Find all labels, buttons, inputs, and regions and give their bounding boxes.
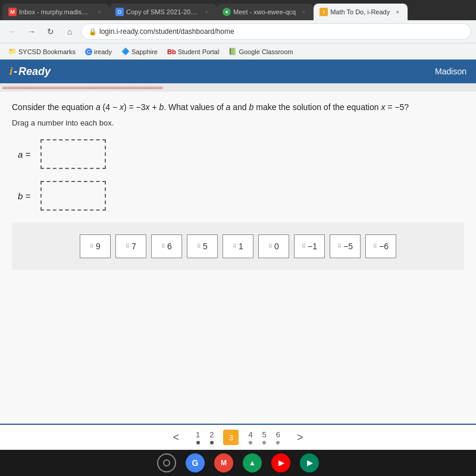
tile-label-neg1: −1 [308, 242, 317, 251]
tab-label-iready: Math To Do, i-Ready [330, 8, 390, 15]
back-button[interactable]: ← [5, 24, 20, 39]
iready-header: i - Ready Madison [0, 60, 476, 83]
tab-close-inbox[interactable]: × [95, 8, 104, 16]
bookmark-sycsd-label: 📁 [8, 48, 17, 55]
forward-button[interactable]: → [24, 24, 39, 39]
variable-b-label: b = [18, 191, 36, 201]
iready-logo-i: i [10, 65, 12, 78]
drag-handle-1: ⠿ [233, 244, 237, 249]
refresh-button[interactable]: ↻ [43, 24, 58, 39]
tab-label-sms: Copy of SMS 2021-2022 BELL [126, 8, 199, 15]
iready-logo-dash: - [14, 65, 17, 78]
tab-close-sms[interactable]: × [202, 8, 211, 16]
tab-icon-gmail: M [8, 8, 17, 16]
page-indicator: 1 2 3 4 5 6 [196, 430, 280, 445]
address-text: login.i-ready.com/student/dashboard/home [99, 27, 234, 36]
bottom-nav: < 1 2 3 4 5 6 [0, 424, 476, 450]
page-4-label: 4 [248, 430, 252, 439]
tab-iready[interactable]: I Math To Do, i-Ready × [314, 4, 408, 20]
address-bar[interactable]: 🔒 login.i-ready.com/student/dashboard/ho… [81, 23, 471, 40]
drop-zone-container: a = b = [18, 139, 464, 211]
bookmark-student-portal[interactable]: Bb Student Portal [164, 47, 223, 57]
wave-pattern: ≈≈≈≈≈≈≈≈≈≈≈≈≈≈≈≈≈≈≈≈≈≈≈≈≈≈≈≈≈≈≈≈≈≈≈≈≈≈≈≈… [0, 84, 162, 91]
drag-handle-5: ⠿ [197, 244, 201, 249]
iready-logo: i - Ready [10, 65, 51, 78]
tab-close-meet[interactable]: × [299, 8, 308, 16]
tab-icon-sms: D [115, 8, 124, 16]
page-5[interactable]: 5 [262, 430, 267, 444]
google-icon-label: G [192, 458, 199, 468]
tab-inbox[interactable]: M Inbox - murphy.madison@stu × [2, 4, 109, 20]
taskbar-home-icon[interactable] [157, 453, 176, 472]
bookmark-google-classroom-text: Google Classroom [239, 48, 293, 55]
tab-label-inbox: Inbox - murphy.madison@stu [19, 8, 92, 15]
drive-icon-label: ▲ [249, 459, 256, 467]
page-4-dot [249, 441, 252, 444]
bookmark-sapphire-text: Sapphire [131, 48, 158, 55]
tile-label-5: 5 [203, 242, 208, 251]
browser-frame: M Inbox - murphy.madison@stu × D Copy of… [0, 0, 476, 60]
bookmark-iready-icon: C [85, 48, 92, 55]
bookmark-iready-text: iready [94, 48, 112, 55]
iready-username: Madison [435, 67, 466, 76]
bookmark-student-portal-text: Student Portal [178, 48, 220, 55]
page-2[interactable]: 2 [209, 430, 214, 444]
tile-5[interactable]: ⠿ 5 [187, 234, 218, 258]
next-page-button[interactable]: > [292, 429, 308, 446]
tile-label-6: 6 [167, 242, 172, 251]
tile-0[interactable]: ⠿ 0 [258, 234, 289, 258]
tab-bar: M Inbox - murphy.madison@stu × D Copy of… [0, 0, 476, 20]
tab-close-iready[interactable]: × [393, 8, 402, 16]
page-4[interactable]: 4 [248, 430, 252, 444]
drag-handle-neg1: ⠿ [302, 244, 306, 249]
taskbar-gmail-icon[interactable]: M [214, 453, 233, 472]
bookmark-sapphire[interactable]: 🔷 Sapphire [118, 46, 161, 57]
drag-handle-neg6: ⠿ [373, 244, 377, 249]
prev-page-button[interactable]: < [168, 429, 184, 446]
drop-zone-row-b: b = [18, 181, 464, 211]
page-6[interactable]: 6 [276, 430, 280, 444]
page-1[interactable]: 1 [196, 430, 200, 444]
lock-icon: 🔒 [89, 28, 97, 36]
bookmark-google-classroom-icon: 📗 [228, 48, 237, 55]
drag-handle-neg5: ⠿ [337, 244, 342, 249]
wave-bar: ≈≈≈≈≈≈≈≈≈≈≈≈≈≈≈≈≈≈≈≈≈≈≈≈≈≈≈≈≈≈≈≈≈≈≈≈≈≈≈≈… [0, 83, 476, 92]
page-1-dot [196, 441, 200, 444]
tile-neg1[interactable]: ⠿ −1 [294, 234, 325, 258]
tile-7[interactable]: ⠿ 7 [115, 234, 146, 258]
drop-zone-row-a: a = [18, 139, 464, 169]
tile-neg6[interactable]: ⠿ −6 [365, 234, 396, 258]
main-content: Consider the equation a (4 − x) = −3x + … [0, 92, 476, 424]
taskbar-google-icon[interactable]: G [186, 453, 205, 472]
tile-1[interactable]: ⠿ 1 [223, 234, 253, 258]
tab-sms[interactable]: D Copy of SMS 2021-2022 BELL × [109, 4, 217, 20]
tile-neg5[interactable]: ⠿ −5 [330, 234, 361, 258]
drop-box-a[interactable] [40, 139, 106, 169]
iready-logo-ready: Ready [18, 65, 51, 78]
home-button[interactable]: ⌂ [62, 24, 77, 39]
bookmark-sycsd-text: SYCSD Bookmarks [18, 48, 76, 55]
tile-label-9: 9 [96, 242, 101, 251]
taskbar-youtube-icon[interactable]: ▶ [271, 453, 290, 472]
page-2-dot [210, 441, 214, 444]
bookmark-google-classroom[interactable]: 📗 Google Classroom [225, 46, 296, 57]
page-6-dot [276, 441, 280, 444]
taskbar: G M ▲ ▶ ▶ [0, 450, 476, 476]
taskbar-play-icon[interactable]: ▶ [300, 453, 319, 472]
tab-meet[interactable]: ● Meet - xwo-ewee-qcq × [217, 4, 314, 20]
bookmark-sapphire-icon: 🔷 [121, 48, 130, 55]
drop-box-b[interactable] [40, 181, 106, 211]
page-3-label: 3 [229, 433, 233, 442]
tile-label-neg6: −6 [379, 242, 389, 251]
tile-9[interactable]: ⠿ 9 [80, 234, 111, 258]
bookmark-sycsd[interactable]: 📁 SYCSD Bookmarks [5, 46, 79, 57]
taskbar-drive-icon[interactable]: ▲ [243, 453, 262, 472]
tile-6[interactable]: ⠿ 6 [151, 234, 182, 258]
tile-label-neg5: −5 [343, 242, 353, 251]
screen-wrapper: M Inbox - murphy.madison@stu × D Copy of… [0, 0, 476, 476]
bookmark-iready[interactable]: C iready [82, 47, 115, 57]
page-2-label: 2 [209, 430, 214, 439]
page-3[interactable]: 3 [223, 430, 239, 445]
page-6-label: 6 [276, 430, 280, 439]
tab-icon-meet: ● [223, 8, 231, 16]
